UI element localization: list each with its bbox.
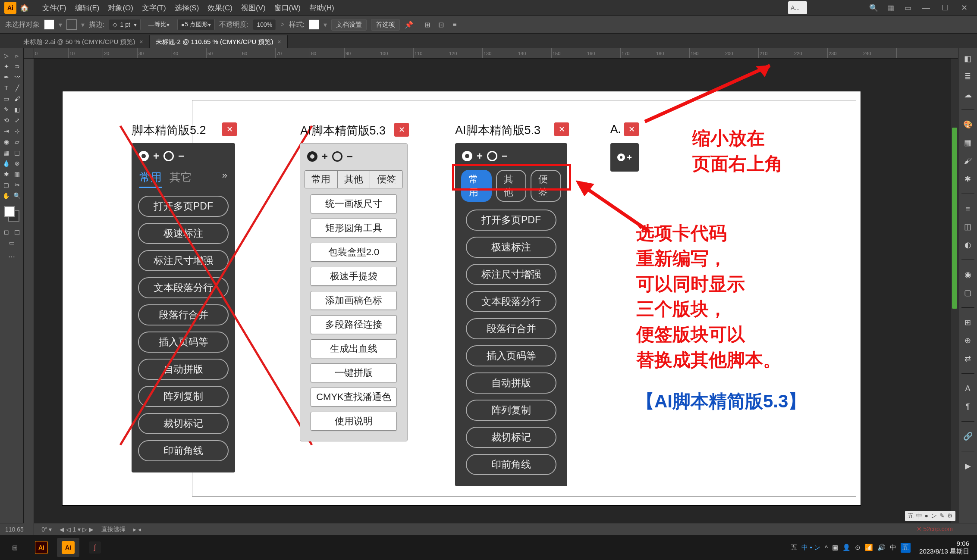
cmyk-pantone-button[interactable]: CMYK查找潘通色: [311, 388, 397, 407]
pen-tool-icon[interactable]: ✒: [2, 72, 11, 82]
menu-window[interactable]: 窗口(W): [271, 1, 304, 15]
paragraph-panel-icon[interactable]: ¶: [962, 400, 974, 413]
plus-icon[interactable]: +: [153, 150, 159, 162]
one-click-impose-button[interactable]: 一键拼版: [311, 363, 397, 382]
mesh-tool-icon[interactable]: ▦: [2, 148, 11, 157]
color-panel-icon[interactable]: 🎨: [962, 119, 974, 131]
ime-icon[interactable]: ⚙: [947, 512, 953, 520]
system-tray[interactable]: 五 中 • ン ^ ▣ 👤 ⊙ 📶 🔊 中 五: [791, 543, 911, 553]
rectangle-tool-icon[interactable]: ▭: [2, 94, 11, 103]
instructions-button[interactable]: 使用说明: [311, 412, 397, 431]
dimension-enhance-button[interactable]: 标注尺寸增强: [138, 250, 229, 271]
magic-wand-tool-icon[interactable]: ✦: [2, 62, 11, 71]
play-icon[interactable]: ▶: [962, 460, 974, 472]
transform-panel-icon[interactable]: ⇄: [962, 353, 974, 365]
menu-type[interactable]: 文字(T): [138, 1, 170, 15]
symbols-panel-icon[interactable]: ✱: [962, 173, 974, 185]
home-icon[interactable]: 🏠: [18, 2, 30, 14]
tab-common[interactable]: 常用: [461, 170, 492, 202]
minus-icon[interactable]: −: [178, 150, 184, 162]
ime-icon[interactable]: ✎: [939, 512, 945, 520]
properties-panel-icon[interactable]: ◧: [962, 53, 974, 65]
box-type-button[interactable]: 包装盒型2.0: [311, 243, 397, 262]
graph-tool-icon[interactable]: ▥: [13, 169, 22, 179]
swatches-panel-icon[interactable]: ▦: [962, 137, 974, 149]
artboard-tool-icon[interactable]: ▢: [2, 180, 11, 190]
menu-file[interactable]: 文件(F): [39, 1, 70, 15]
plus-icon[interactable]: +: [477, 150, 483, 162]
brushes-panel-icon[interactable]: 🖌: [962, 155, 974, 167]
libraries-panel-icon[interactable]: ☁: [962, 89, 974, 101]
menu-select[interactable]: 选择(S): [171, 1, 203, 15]
graphic-styles-panel-icon[interactable]: ▢: [962, 287, 974, 299]
align-panel-icon[interactable]: ⊞: [962, 316, 974, 328]
tray-volume-icon[interactable]: 🔊: [877, 544, 886, 551]
fast-annotate-button[interactable]: 极速标注: [138, 223, 229, 244]
document-tab[interactable]: 未标题-2.ai @ 50 % (CMYK/CPU 预览)×: [17, 35, 150, 48]
transform-icon[interactable]: ⊡: [436, 20, 446, 29]
paintbrush-tool-icon[interactable]: 🖌: [13, 94, 22, 103]
perspective-tool-icon[interactable]: ▱: [13, 137, 22, 147]
paragraph-merge-button[interactable]: 段落行合并: [466, 318, 556, 339]
type-tool-icon[interactable]: T: [2, 83, 11, 93]
tab-close-icon[interactable]: ×: [139, 38, 143, 45]
opacity-field[interactable]: 100%: [253, 19, 276, 30]
tray-chevron-icon[interactable]: ^: [825, 544, 828, 551]
stroke-panel-icon[interactable]: ≡: [962, 203, 974, 215]
radio-icon[interactable]: [163, 151, 174, 161]
vertical-scrollbar[interactable]: [951, 59, 958, 535]
task-ai-icon-1[interactable]: Ai: [30, 538, 53, 557]
pin-icon[interactable]: 📌: [404, 20, 414, 29]
prepress-corner-button[interactable]: 印前角线: [138, 440, 229, 461]
width-tool-icon[interactable]: ⇥: [2, 126, 11, 136]
hand-tool-icon[interactable]: ✋: [2, 191, 11, 200]
slice-tool-icon[interactable]: ✂: [13, 180, 22, 190]
screen-mode-icon[interactable]: ▭: [7, 238, 16, 247]
menu-view[interactable]: 视图(V): [238, 1, 269, 15]
radio-icon[interactable]: [487, 151, 497, 161]
curvature-tool-icon[interactable]: 〰: [13, 72, 22, 82]
stroke-swatch[interactable]: [66, 19, 77, 30]
array-copy-button[interactable]: 阵列复制: [466, 400, 556, 421]
paragraph-merge-button[interactable]: 段落行合并: [138, 304, 229, 325]
workspace-icon[interactable]: ▭: [902, 1, 914, 14]
tray-ime-icon[interactable]: 中: [890, 544, 896, 552]
insert-page-number-button[interactable]: 插入页码等: [138, 332, 229, 353]
pathfinder-panel-icon[interactable]: ⊕: [962, 335, 974, 347]
brush-field[interactable]: ● 5 点圆形 ▾: [177, 19, 215, 30]
fill-swatch[interactable]: [44, 19, 54, 30]
minimize-button[interactable]: —: [917, 1, 935, 14]
crop-marks-button[interactable]: 裁切标记: [138, 413, 229, 434]
gradient-panel-icon[interactable]: ◫: [962, 221, 974, 233]
minus-icon[interactable]: −: [347, 150, 353, 163]
auto-impose-button[interactable]: 自动拼版: [138, 359, 229, 380]
menu-edit[interactable]: 编辑(E): [72, 1, 103, 15]
floating-ime-bar[interactable]: 五 中 ● ン ✎ ⚙: [905, 511, 955, 521]
tab-common[interactable]: 常用: [305, 171, 338, 188]
radio-icon[interactable]: [307, 151, 317, 162]
line-tool-icon[interactable]: ╱: [13, 83, 22, 93]
tab-common[interactable]: 常用: [139, 170, 162, 188]
crop-marks-button[interactable]: 裁切标记: [466, 427, 556, 448]
panel-5-2-close-button[interactable]: ✕: [222, 122, 237, 136]
plus-icon[interactable]: +: [322, 150, 328, 163]
ime-icon[interactable]: 五: [908, 512, 914, 520]
lasso-tool-icon[interactable]: ⊃: [13, 62, 22, 71]
text-paragraph-split-button[interactable]: 文本段落分行: [466, 291, 556, 312]
unify-artboard-button[interactable]: 统一画板尺寸: [311, 194, 397, 213]
taskbar-clock[interactable]: 9:06 2023/8/13 星期日: [915, 540, 974, 555]
radio-icon[interactable]: [617, 153, 625, 161]
fast-annotate-button[interactable]: 极速标注: [466, 237, 556, 258]
panel-5-3-light-close-button[interactable]: ✕: [394, 123, 409, 137]
handbag-button[interactable]: 极速手提袋: [311, 267, 397, 286]
document-setup-button[interactable]: 文档设置: [331, 19, 367, 31]
tab-other[interactable]: 其他: [338, 171, 371, 188]
tab-more-icon[interactable]: »: [222, 170, 227, 188]
selection-tool-icon[interactable]: ▷: [2, 51, 11, 60]
ime-icon[interactable]: ン: [931, 512, 937, 520]
search-icon[interactable]: 🔍: [867, 1, 880, 14]
menu-help[interactable]: 帮助(H): [306, 1, 338, 15]
character-panel-icon[interactable]: A: [962, 382, 974, 394]
close-button[interactable]: ✕: [955, 1, 973, 14]
stroke-weight-field[interactable]: ◇1 pt▾: [109, 19, 140, 30]
